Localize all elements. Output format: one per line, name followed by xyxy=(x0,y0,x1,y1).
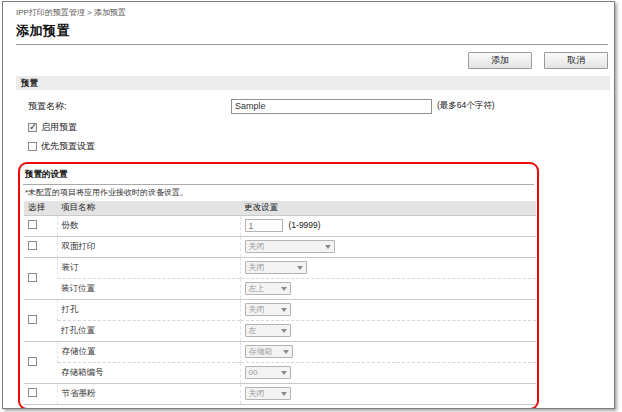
table-row: 装订关闭 xyxy=(24,257,536,278)
item-value-cell: 关闭 xyxy=(240,257,536,278)
enable-preset-label: 启用预置 xyxy=(41,121,77,134)
setting-dropdown[interactable]: 存储箱 xyxy=(245,345,293,358)
column-header-select: 选择 xyxy=(24,201,57,215)
item-name-cell: 装订 xyxy=(57,257,240,278)
settings-section-header: 预置的设置 xyxy=(23,168,534,185)
preset-name-note: (最多64个字符) xyxy=(437,100,495,112)
row-select-cell xyxy=(24,215,57,236)
item-name-cell: 打孔位置 xyxy=(57,320,240,341)
setting-dropdown[interactable]: 关闭 xyxy=(245,303,291,316)
app-window: IPP打印的预置管理 > 添加预置 添加预置 添加 取消 预置 预置名称: (最… xyxy=(2,1,615,409)
preset-section-header: 预置 xyxy=(16,76,610,90)
dropdown-value: 关闭 xyxy=(249,388,265,399)
setting-dropdown[interactable]: 左上 xyxy=(245,282,291,295)
row-select-checkbox[interactable] xyxy=(28,315,37,324)
item-value-cell: 1(1-9999) xyxy=(240,215,536,236)
item-name-cell: 存储位置 xyxy=(57,341,240,362)
chevron-down-icon xyxy=(283,350,289,354)
dropdown-value: 00 xyxy=(249,368,258,377)
dropdown-value: 存储箱 xyxy=(249,346,273,357)
table-header-row: 选择 项目名称 更改设置 xyxy=(24,201,536,215)
setting-dropdown[interactable]: 关闭 xyxy=(245,387,291,400)
preset-name-input[interactable] xyxy=(231,99,432,114)
row-select-cell xyxy=(24,383,57,404)
row-select-cell xyxy=(24,341,57,383)
copies-input[interactable]: 1 xyxy=(245,219,283,232)
row-select-cell xyxy=(24,299,57,341)
item-value-cell: 00 xyxy=(240,362,536,383)
item-name-cell: 存储箱编号 xyxy=(57,362,240,383)
dropdown-value: 关闭 xyxy=(249,262,265,273)
enable-preset-checkbox[interactable] xyxy=(28,123,37,132)
column-header-value: 更改设置 xyxy=(240,201,536,215)
table-row: 打孔位置左 xyxy=(24,320,536,341)
item-value-cell: 存储箱 xyxy=(240,341,536,362)
setting-dropdown[interactable]: 左 xyxy=(245,324,291,337)
item-value-cell: 关闭 xyxy=(240,236,536,257)
column-header-item: 项目名称 xyxy=(57,201,240,215)
table-row: 存储位置存储箱 xyxy=(24,341,536,362)
table-row: 装订位置左上 xyxy=(24,278,536,299)
row-select-checkbox[interactable] xyxy=(28,220,37,229)
preset-name-label: 预置名称: xyxy=(28,100,231,113)
row-select-checkbox[interactable] xyxy=(28,357,37,366)
item-value-cell: 关闭 xyxy=(240,383,536,404)
table-row: 打孔关闭 xyxy=(24,299,536,320)
title-divider xyxy=(16,44,608,45)
table-row: 份数1(1-9999) xyxy=(24,215,536,236)
priority-preset-checkbox[interactable] xyxy=(28,142,37,151)
settings-section-note: *未配置的项目将应用作业接收时的设备设置。 xyxy=(23,185,534,201)
enable-preset-row: 启用预置 xyxy=(28,122,608,133)
range-note: (1-9999) xyxy=(289,220,321,230)
item-name-cell: 双面打印 xyxy=(57,236,240,257)
priority-preset-label: 优先预置设置 xyxy=(41,140,95,153)
item-name-cell: 份数 xyxy=(57,215,240,236)
breadcrumb[interactable]: IPP打印的预置管理 > 添加预置 xyxy=(16,7,608,18)
dropdown-value: 关闭 xyxy=(249,241,265,252)
row-select-checkbox[interactable] xyxy=(28,241,37,250)
item-value-cell: 关闭 xyxy=(240,299,536,320)
cancel-button[interactable]: 取消 xyxy=(544,52,608,69)
page-title: 添加预置 xyxy=(16,22,608,40)
item-name-cell: 节省墨粉 xyxy=(57,383,240,404)
item-name-cell: 打孔 xyxy=(57,299,240,320)
setting-dropdown[interactable]: 关闭 xyxy=(245,261,307,274)
chevron-down-icon xyxy=(281,308,287,312)
preset-name-row: 预置名称: (最多64个字符) xyxy=(28,98,608,114)
setting-dropdown[interactable]: 关闭 xyxy=(245,240,335,253)
item-value-cell: 左 xyxy=(240,320,536,341)
item-value-cell: 左上 xyxy=(240,278,536,299)
table-row: 节省墨粉关闭 xyxy=(24,383,536,404)
action-button-row: 添加 取消 xyxy=(16,52,608,69)
chevron-down-icon xyxy=(281,392,287,396)
setting-dropdown[interactable]: 00 xyxy=(245,366,291,379)
chevron-down-icon xyxy=(297,266,303,270)
table-row: 存储箱编号00 xyxy=(24,362,536,383)
settings-table: 选择 项目名称 更改设置 份数1(1-9999)双面打印关闭装订关闭装订位置左上… xyxy=(24,201,536,405)
row-select-checkbox[interactable] xyxy=(28,273,37,282)
row-select-cell xyxy=(24,257,57,299)
chevron-down-icon xyxy=(325,245,331,249)
row-select-checkbox[interactable] xyxy=(28,388,37,397)
red-highlight-annotation: 预置的设置 *未配置的项目将应用作业接收时的设备设置。 选择 项目名称 更改设置… xyxy=(18,162,539,409)
settings-table-body: 份数1(1-9999)双面打印关闭装订关闭装订位置左上打孔关闭打孔位置左存储位置… xyxy=(24,215,536,404)
item-name-cell: 装订位置 xyxy=(57,278,240,299)
chevron-down-icon xyxy=(281,371,287,375)
chevron-down-icon xyxy=(281,287,287,291)
add-button[interactable]: 添加 xyxy=(468,52,532,69)
dropdown-value: 左 xyxy=(249,325,257,336)
priority-preset-row: 优先预置设置 xyxy=(28,141,608,152)
dropdown-value: 左上 xyxy=(249,283,265,294)
table-row: 双面打印关闭 xyxy=(24,236,536,257)
chevron-down-icon xyxy=(281,329,287,333)
row-select-cell xyxy=(24,236,57,257)
dropdown-value: 关闭 xyxy=(249,304,265,315)
